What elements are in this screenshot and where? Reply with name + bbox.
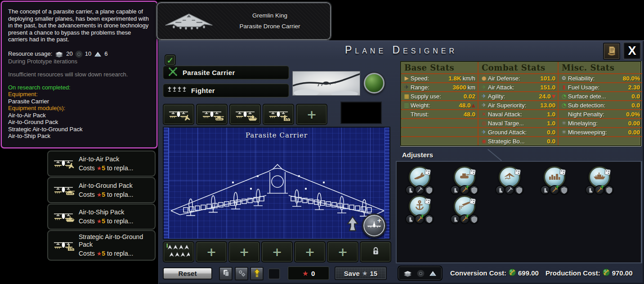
plane-formation-icon <box>168 86 187 95</box>
flying-wing-silhouette <box>293 71 360 96</box>
plus-icon: + <box>338 246 348 258</box>
design-valid-indicator <box>364 73 385 93</box>
empty-module-slot[interactable]: + <box>261 241 293 262</box>
plus-icon: + <box>377 217 382 224</box>
stat-row: ◉Strategic Bo...0.0 <box>478 136 558 145</box>
boot-icon <box>450 185 460 195</box>
sword-icon <box>415 185 425 195</box>
view-toggle-button[interactable]: + <box>362 213 386 238</box>
dice-icon <box>604 169 611 177</box>
empty-module-slot[interactable]: + <box>327 241 358 262</box>
dice-icon <box>470 198 476 206</box>
recon-adjuster[interactable]: + <box>450 195 479 225</box>
production-settings-button[interactable] <box>235 267 248 280</box>
stat-value: 151.0 <box>540 84 555 91</box>
steel-icon <box>54 51 64 58</box>
naval-strike-adjuster[interactable]: + <box>585 166 614 196</box>
subdet-stat-icon: ◔ <box>560 102 568 108</box>
equipment-module-name: Air-to-Ground Pack <box>8 119 150 126</box>
minelay-stat-icon: ✳ <box>560 120 568 126</box>
design-notes-button[interactable] <box>603 43 620 60</box>
minesweep-stat-icon: ✳ <box>560 129 568 135</box>
shield-icon <box>424 214 434 224</box>
boot-icon <box>585 185 595 195</box>
map-plane-medal-icon <box>458 200 471 212</box>
interception-adjuster[interactable] <box>495 166 524 196</box>
air-superiority-adjuster[interactable] <box>405 166 434 196</box>
boot-icon <box>405 185 415 195</box>
empty-module-slot[interactable]: + <box>296 104 327 125</box>
stat-label: Strategic Bo... <box>488 138 525 145</box>
role-selector[interactable]: Fighter <box>163 84 289 98</box>
module-option[interactable]: Air-to-Ship PackCosts ★5 to repla... <box>47 204 156 230</box>
resource-amount: 20 <box>66 50 72 58</box>
module-option[interactable]: Air-to-Air PackCosts ★5 to repla... <box>47 151 156 177</box>
shield-icon <box>604 185 614 195</box>
copy-design-button[interactable] <box>219 267 233 280</box>
unit-plate: Gremlin King Parasite Drone Carrier <box>157 2 331 40</box>
stat-value: 24.0 <box>539 93 550 100</box>
sword-icon: + <box>460 214 470 224</box>
air-to-air-pack-slot[interactable] <box>163 104 194 125</box>
save-button[interactable]: Save ★ 15 <box>335 266 387 280</box>
air-to-ship-pack-slot[interactable] <box>229 104 261 125</box>
rack-icon <box>52 212 75 222</box>
up-arrow-icon[interactable] <box>346 216 359 234</box>
module-option[interactable]: Air-to-Ground PackCosts ★5 to repla... <box>47 177 156 203</box>
module-option[interactable]: Strategic Air-to-Ground PackCosts ★5 to … <box>47 230 156 261</box>
aluminium-icon <box>94 51 102 58</box>
stat-label: Air Attack: <box>488 84 514 91</box>
blueprint-panel: Parasite Carrier + <box>163 127 390 240</box>
groundatk-stat-icon: ✈ <box>480 129 487 135</box>
upgrade-button[interactable] <box>250 267 264 280</box>
stat-label: Range: <box>411 84 429 91</box>
stat-value: 48.0 <box>464 111 475 118</box>
boot-icon <box>540 185 550 195</box>
stat-label: Weight: <box>411 102 430 109</box>
hoi4-plane-designer-screen: The concept of a parasite carrier, a pla… <box>0 0 644 284</box>
stat-row: ✈Air Superiority:13.00 <box>478 100 558 109</box>
reset-button[interactable]: Reset <box>163 267 212 280</box>
port-strike-adjuster[interactable]: + <box>405 195 434 225</box>
stats-column-title: Misc. Stats <box>558 62 642 73</box>
empty-module-slot[interactable]: + <box>228 241 260 262</box>
empty-module-slot[interactable]: + <box>294 241 326 262</box>
stat-value: 2.30 <box>628 84 640 91</box>
document-icon <box>607 45 617 58</box>
sword-icon: + <box>460 185 470 195</box>
design-enabled-checkbox[interactable]: ✓ <box>165 54 176 66</box>
empty-module-slot[interactable]: + <box>196 241 227 262</box>
small-checkbox[interactable] <box>268 268 280 280</box>
drone-squadron-slot[interactable]: I <box>163 241 194 262</box>
production-cost-icon <box>508 268 516 278</box>
air-to-ground-pack-slot[interactable] <box>196 104 228 125</box>
stat-row: ●Air Defense:101.0 <box>478 73 558 82</box>
speed-stat-icon: ▶ <box>403 75 410 81</box>
close-icon: X <box>628 44 636 58</box>
strategic-bombing-adjuster[interactable]: + <box>540 166 569 196</box>
plus-icon: + <box>272 246 282 258</box>
stat-row: ◔Surface dete...0.0 <box>558 91 642 100</box>
stats-column-title: Combat Stats <box>478 62 558 73</box>
trend-up-icon: ▲ <box>472 102 475 108</box>
stat-value: 0.0 <box>547 138 555 145</box>
module-option-name: Air-to-Ship Pack <box>79 209 133 216</box>
module-option-cost: Costs ★5 to repla... <box>79 217 133 225</box>
rubber-icon <box>75 50 83 58</box>
close-button[interactable]: X <box>623 42 641 60</box>
save-label: Save <box>344 270 360 277</box>
adjusters-title: Adjusters <box>402 151 433 159</box>
close-air-support-adjuster[interactable]: + <box>450 166 479 196</box>
stat-value: 1.0 <box>547 120 555 127</box>
stat-row: ✕Naval Attack:1.0 <box>478 109 558 118</box>
insufficient-resources-note: Insufficient resources will slow down re… <box>8 71 150 78</box>
plus-icon: + <box>305 246 315 258</box>
locked-module-slot[interactable] <box>360 241 391 262</box>
airframe-selector[interactable]: Parasite Carrier <box>163 66 289 80</box>
fighter-medal-icon <box>413 171 426 183</box>
strategic-pack-slot[interactable] <box>263 104 294 125</box>
shield-icon <box>469 214 479 224</box>
stat-row: Thrust:48.0 <box>401 109 478 118</box>
airsup-stat-icon: ✈ <box>480 102 487 108</box>
upgrade-arrow-icon <box>254 268 260 280</box>
